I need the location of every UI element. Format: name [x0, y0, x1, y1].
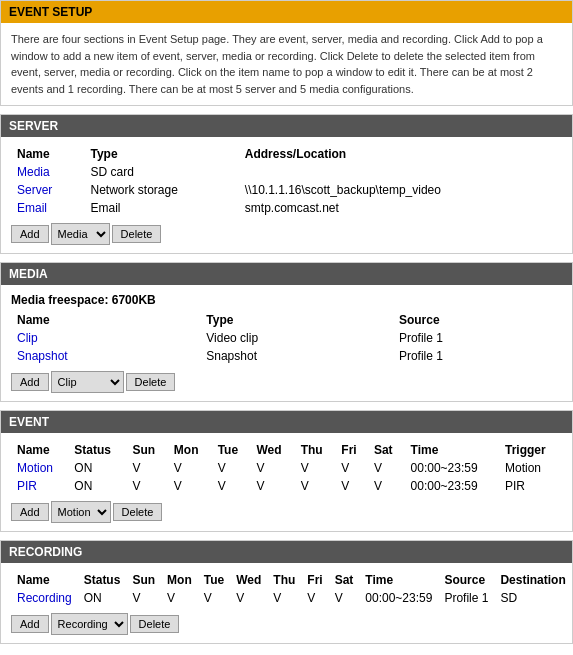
recording-col-tue: Tue	[198, 571, 230, 589]
recording-select[interactable]: Recording	[51, 613, 128, 635]
event-col-tue: Tue	[212, 441, 251, 459]
event-row-sat: V	[368, 459, 405, 477]
event-col-trigger: Trigger	[499, 441, 562, 459]
server-row-name[interactable]: Email	[11, 199, 85, 217]
media-row-source: Profile 1	[393, 329, 562, 347]
event-row-sun: V	[126, 459, 167, 477]
event-row-thu: V	[295, 477, 336, 495]
event-select[interactable]: MotionPIR	[51, 501, 111, 523]
server-row-address: \\10.1.1.16\scott_backup\temp_video	[239, 181, 562, 199]
event-row-fri: V	[335, 477, 368, 495]
server-row: Server Network storage \\10.1.1.16\scott…	[11, 181, 562, 199]
recording-row-tue: V	[198, 589, 230, 607]
event-col-wed: Wed	[250, 441, 294, 459]
event-add-button[interactable]: Add	[11, 503, 49, 521]
recording-col-wed: Wed	[230, 571, 267, 589]
server-select[interactable]: MediaServerEmail	[51, 223, 110, 245]
event-row-mon: V	[168, 477, 212, 495]
event-row-fri: V	[335, 459, 368, 477]
event-row-status: ON	[68, 477, 126, 495]
event-setup-section: EVENT SETUP There are four sections in E…	[0, 0, 573, 106]
recording-col-destination: Destination	[494, 571, 571, 589]
media-section: MEDIA Media freespace: 6700KB Name Type …	[0, 262, 573, 402]
recording-row: Recording ON V V V V V V V 00:00~23:59 P…	[11, 589, 572, 607]
event-header: EVENT	[1, 411, 572, 433]
media-table: Name Type Source Clip Video clip Profile…	[11, 311, 562, 365]
media-row-type: Snapshot	[200, 347, 393, 365]
event-row-wed: V	[250, 477, 294, 495]
media-col-name: Name	[11, 311, 200, 329]
media-row: Clip Video clip Profile 1	[11, 329, 562, 347]
event-delete-button[interactable]: Delete	[113, 503, 163, 521]
server-table: Name Type Address/Location Media SD card…	[11, 145, 562, 217]
server-row-name[interactable]: Server	[11, 181, 85, 199]
media-header: MEDIA	[1, 263, 572, 285]
event-row-wed: V	[250, 459, 294, 477]
server-row: Media SD card	[11, 163, 562, 181]
recording-row-status: ON	[78, 589, 127, 607]
event-row-name[interactable]: PIR	[11, 477, 68, 495]
recording-col-fri: Fri	[301, 571, 328, 589]
server-row-type: SD card	[85, 163, 239, 181]
event-row-thu: V	[295, 459, 336, 477]
server-btn-row: Add MediaServerEmail Delete	[11, 223, 562, 245]
media-select[interactable]: ClipSnapshot	[51, 371, 124, 393]
media-select-wrap: ClipSnapshot	[51, 371, 124, 393]
recording-row-fri: V	[301, 589, 328, 607]
event-row: Motion ON V V V V V V V 00:00~23:59 Moti…	[11, 459, 562, 477]
server-row-type: Network storage	[85, 181, 239, 199]
event-row-name[interactable]: Motion	[11, 459, 68, 477]
event-col-thu: Thu	[295, 441, 336, 459]
server-body: Name Type Address/Location Media SD card…	[1, 137, 572, 253]
recording-row-sun: V	[126, 589, 161, 607]
recording-row-destination: SD	[494, 589, 571, 607]
recording-btn-row: Add Recording Delete	[11, 613, 562, 635]
server-row-type: Email	[85, 199, 239, 217]
event-row-tue: V	[212, 459, 251, 477]
event-section: EVENT Name Status Sun Mon Tue Wed Thu Fr…	[0, 410, 573, 532]
event-row-mon: V	[168, 459, 212, 477]
server-select-wrap: MediaServerEmail	[51, 223, 110, 245]
media-col-source: Source	[393, 311, 562, 329]
event-row-status: ON	[68, 459, 126, 477]
recording-row-wed: V	[230, 589, 267, 607]
media-row-name[interactable]: Clip	[11, 329, 200, 347]
event-row-sun: V	[126, 477, 167, 495]
media-row-type: Video clip	[200, 329, 393, 347]
media-row-name[interactable]: Snapshot	[11, 347, 200, 365]
recording-row-sat: V	[329, 589, 360, 607]
media-add-button[interactable]: Add	[11, 373, 49, 391]
recording-add-button[interactable]: Add	[11, 615, 49, 633]
media-freespace: Media freespace: 6700KB	[11, 293, 562, 307]
event-setup-description: There are four sections in Event Setup p…	[11, 31, 562, 97]
event-row-trigger: PIR	[499, 477, 562, 495]
event-select-wrap: MotionPIR	[51, 501, 111, 523]
recording-section: RECORDING Name Status Sun Mon Tue Wed Th…	[0, 540, 573, 644]
recording-header: RECORDING	[1, 541, 572, 563]
recording-select-wrap: Recording	[51, 613, 128, 635]
server-col-address: Address/Location	[239, 145, 562, 163]
recording-delete-button[interactable]: Delete	[130, 615, 180, 633]
recording-col-source: Source	[438, 571, 494, 589]
recording-row-name[interactable]: Recording	[11, 589, 78, 607]
recording-row-mon: V	[161, 589, 198, 607]
event-col-sat: Sat	[368, 441, 405, 459]
event-row-trigger: Motion	[499, 459, 562, 477]
event-setup-body: There are four sections in Event Setup p…	[1, 23, 572, 105]
media-delete-button[interactable]: Delete	[126, 373, 176, 391]
event-body: Name Status Sun Mon Tue Wed Thu Fri Sat …	[1, 433, 572, 531]
server-row-address	[239, 163, 562, 181]
server-add-button[interactable]: Add	[11, 225, 49, 243]
server-row-name[interactable]: Media	[11, 163, 85, 181]
event-table: Name Status Sun Mon Tue Wed Thu Fri Sat …	[11, 441, 562, 495]
event-row: PIR ON V V V V V V V 00:00~23:59 PIR	[11, 477, 562, 495]
server-col-name: Name	[11, 145, 85, 163]
recording-body: Name Status Sun Mon Tue Wed Thu Fri Sat …	[1, 563, 572, 643]
server-row-address: smtp.comcast.net	[239, 199, 562, 217]
media-body: Media freespace: 6700KB Name Type Source…	[1, 285, 572, 401]
media-btn-row: Add ClipSnapshot Delete	[11, 371, 562, 393]
event-col-fri: Fri	[335, 441, 368, 459]
recording-row-source: Profile 1	[438, 589, 494, 607]
server-row: Email Email smtp.comcast.net	[11, 199, 562, 217]
server-delete-button[interactable]: Delete	[112, 225, 162, 243]
